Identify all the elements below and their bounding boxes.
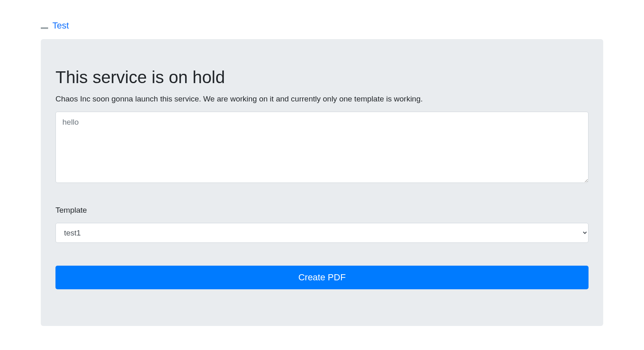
template-select[interactable]: test1 xyxy=(55,223,589,243)
create-pdf-button[interactable]: Create PDF xyxy=(55,266,589,289)
content-textarea[interactable] xyxy=(55,112,589,183)
template-section: Template test1 xyxy=(55,206,589,243)
main-panel: This service is on hold Chaos Inc soon g… xyxy=(41,39,603,326)
nav-bar: Test xyxy=(0,0,644,39)
nav-link-test[interactable]: Test xyxy=(52,20,69,31)
page-heading: This service is on hold xyxy=(55,68,589,87)
template-label: Template xyxy=(55,206,589,215)
page-description: Chaos Inc soon gonna launch this service… xyxy=(55,95,589,103)
loading-icon xyxy=(41,27,48,29)
